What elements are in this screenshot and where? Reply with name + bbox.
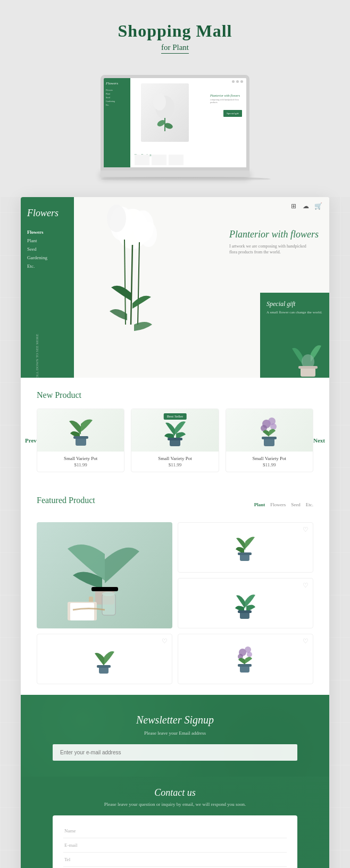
mini-products — [135, 155, 184, 165]
svg-line-12 — [138, 242, 139, 325]
next-button[interactable]: Next — [313, 437, 325, 444]
mini-nav-etc: Etc. — [106, 104, 128, 106]
product-name-2: Small Variety Pot — [134, 456, 216, 461]
product-image-1 — [37, 409, 124, 452]
svg-point-9 — [140, 222, 157, 247]
best-seller-badge: Best Seller — [164, 413, 187, 420]
svg-rect-44 — [238, 664, 252, 667]
svg-rect-15 — [298, 366, 318, 369]
brand-name: Flowers — [27, 208, 68, 219]
svg-rect-27 — [91, 587, 118, 591]
product-card-3: Small Variety Pot $11.99 — [226, 409, 313, 472]
cart-icon[interactable]: 🛒 — [314, 202, 322, 210]
products-slider: Prev — [37, 409, 313, 472]
special-gift-card: Special gift A small flower can change t… — [260, 293, 329, 378]
mini-header-icons — [232, 80, 243, 83]
heart-icon-1[interactable]: ♡ — [303, 526, 309, 534]
mini-nav-plant: Plant — [106, 92, 128, 95]
header-icons: ⊞ ☁ 🛒 — [291, 202, 322, 210]
laptop-shadow — [101, 177, 271, 181]
svg-point-1 — [153, 93, 166, 110]
contact-section: Contact us Please leave your question or… — [21, 777, 329, 868]
newsletter-email-input[interactable] — [53, 744, 297, 761]
featured-header: Featured Product Plant Flowers Seed Etc. — [37, 496, 313, 514]
svg-point-32 — [102, 592, 115, 596]
contact-subtitle: Please leave your question or inquiry by… — [53, 802, 297, 807]
svg-rect-30 — [70, 603, 94, 620]
product-image-3 — [226, 409, 313, 452]
hero-flower-image — [90, 197, 175, 351]
tab-plant[interactable]: Plant — [254, 502, 265, 507]
mini-brand: Flowers — [106, 81, 128, 86]
product-price-2: $11.99 — [131, 462, 218, 467]
laptop-base — [101, 171, 249, 177]
website-container: Flowers Flowers Plant Seed Gardening Etc… — [0, 197, 350, 868]
tab-etc[interactable]: Etc. — [306, 502, 313, 507]
heart-icon-3[interactable]: ♡ — [162, 637, 168, 645]
product-name-1: Small Variety Pot — [39, 456, 122, 461]
heart-icon-4[interactable]: ♡ — [303, 637, 309, 645]
nav-seed[interactable]: Seed — [27, 246, 68, 252]
svg-rect-17 — [73, 436, 88, 439]
laptop-section: Flowers Flowers Plant Seed Gardening Etc… — [0, 64, 350, 197]
mini-icon-2 — [236, 80, 239, 83]
mini-hero-desc: composing with handpicked flora products — [210, 98, 242, 104]
featured-grid: ♡ ♡ — [37, 522, 313, 684]
featured-main-card — [37, 522, 172, 628]
product-card-2: Best Seller — [131, 409, 219, 472]
laptop-mockup: Flowers Flowers Plant Seed Gardening Etc… — [101, 75, 249, 181]
nav-gardening[interactable]: Gardening — [27, 255, 68, 260]
cloud-icon[interactable]: ☁ — [303, 202, 310, 210]
mini-special-gift: Special gift — [223, 110, 242, 117]
featured-section: Featured Product Plant Flowers Seed Etc. — [21, 483, 329, 695]
email-field[interactable]: E-mail — [63, 838, 287, 853]
mini-product-2 — [152, 155, 166, 165]
product-price-3: $11.99 — [226, 462, 313, 467]
svg-rect-31 — [102, 594, 115, 615]
featured-tabs: Plant Flowers Seed Etc. — [254, 502, 313, 507]
prev-button[interactable]: Prev — [25, 437, 37, 444]
main-nav: Flowers Plant Seed Gardening Etc. — [27, 229, 68, 269]
svg-rect-34 — [238, 552, 252, 555]
website-mockup: Flowers Flowers Plant Seed Gardening Etc… — [21, 197, 329, 868]
website-inner: Flowers Flowers Plant Seed Gardening Etc… — [21, 197, 329, 868]
newsletter-subtitle: Please leave your Email address — [53, 730, 297, 736]
mini-text-block: Planterior with flowers composing with h… — [210, 94, 242, 104]
mini-product-1 — [135, 155, 149, 165]
newsletter-section: Newsletter Signup Please leave your Emai… — [21, 695, 329, 777]
new-product-section: New Product Prev — [21, 378, 329, 483]
hero-section: Flowers Flowers Plant Seed Gardening Etc… — [21, 197, 329, 378]
nav-plant[interactable]: Plant — [27, 238, 68, 243]
featured-small-card-4: ♡ — [178, 634, 313, 684]
mini-main-content: Planterior with flowers composing with h… — [130, 78, 246, 167]
svg-point-23 — [270, 423, 277, 430]
svg-rect-19 — [168, 438, 182, 440]
featured-small-card-2: ♡ — [178, 578, 313, 628]
nav-etc[interactable]: Etc. — [27, 263, 68, 269]
special-gift-title: Special gift — [266, 300, 323, 308]
svg-rect-38 — [97, 665, 111, 668]
name-field[interactable]: Name — [63, 824, 287, 838]
nav-flowers[interactable]: Flowers — [27, 229, 68, 235]
tel-field[interactable]: Tel — [63, 853, 287, 867]
new-product-title: New Product — [37, 390, 313, 400]
page-subtitle: for Plant — [161, 43, 189, 54]
mini-nav-flowers: Flowers — [106, 89, 128, 91]
mini-hero-title: Planterior with flowers — [210, 94, 242, 97]
tab-seed[interactable]: Seed — [291, 502, 301, 507]
svg-line-10 — [131, 245, 132, 325]
tab-flowers[interactable]: Flowers — [270, 502, 286, 507]
grid-icon[interactable]: ⊞ — [291, 202, 298, 210]
mini-nav-gardening: Gardening — [106, 100, 128, 103]
svg-rect-25 — [262, 437, 277, 439]
svg-line-11 — [124, 240, 126, 325]
featured-main-image — [37, 522, 172, 628]
hero-description: I artwork we are composing with handpick… — [229, 243, 314, 255]
hero-sidebar: Flowers Flowers Plant Seed Gardening Etc… — [21, 197, 74, 378]
featured-small-card-3: ♡ — [37, 634, 172, 684]
svg-rect-36 — [238, 610, 252, 613]
heart-icon-2[interactable]: ♡ — [303, 582, 309, 590]
featured-title: Featured Product — [37, 496, 95, 505]
svg-point-8 — [107, 205, 126, 232]
page-title: Shopping Mall — [11, 21, 339, 41]
